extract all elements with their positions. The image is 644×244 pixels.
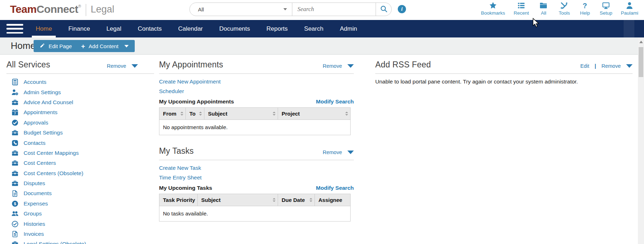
- service-item-accounts[interactable]: Accounts: [6, 77, 154, 87]
- nav-item-calendar[interactable]: Calendar: [170, 20, 211, 37]
- service-item-label: Approvals: [24, 120, 48, 126]
- service-item-label: Cost Centers (Obsolete): [24, 170, 83, 177]
- scheduler-link[interactable]: Scheduler: [159, 88, 354, 95]
- sort-arrows-icon[interactable]: [309, 198, 312, 202]
- service-item-appointments[interactable]: 7Appointments: [6, 107, 154, 117]
- nav-item-admin[interactable]: Admin: [332, 20, 365, 37]
- service-item-label: Advice And Counsel: [24, 99, 73, 106]
- service-item-label: Invoices: [24, 231, 44, 237]
- utility-bookmarks[interactable]: Bookmarks: [481, 1, 505, 16]
- service-item-budget-settings[interactable]: Budget Settings: [6, 128, 154, 138]
- scrollbar-thumb[interactable]: [639, 47, 643, 77]
- briefcase-icon: [11, 159, 19, 167]
- service-item-advice-and-counsel[interactable]: Advice And Counsel: [6, 97, 154, 107]
- service-item-groups[interactable]: Groups: [6, 209, 154, 219]
- column-header-project[interactable]: Project: [278, 108, 351, 120]
- scroll-up-arrow-icon[interactable]: [639, 41, 643, 43]
- column-header-subject[interactable]: Subject: [198, 194, 278, 206]
- vertical-scrollbar[interactable]: [638, 37, 644, 244]
- column-header-subject[interactable]: Subject: [204, 108, 278, 120]
- nav-item-reports[interactable]: Reports: [258, 20, 296, 37]
- chevron-down-icon[interactable]: [132, 64, 138, 68]
- utility-help[interactable]: ?Help: [579, 1, 591, 16]
- nav-item-legal[interactable]: Legal: [98, 20, 130, 37]
- check-circle-outline-icon: [11, 220, 19, 228]
- rss-remove-link[interactable]: Remove: [601, 63, 621, 69]
- edit-page-label: Edit Page: [49, 43, 72, 49]
- nav-item-contacts[interactable]: Contacts: [129, 20, 170, 37]
- my-appointments-remove-link[interactable]: Remove: [323, 63, 342, 69]
- service-item-label: Groups: [24, 210, 42, 217]
- create-new-appointment-link[interactable]: Create New Appointment: [159, 78, 354, 85]
- person-gear-icon: [11, 89, 19, 96]
- nav-item-documents[interactable]: Documents: [211, 20, 258, 37]
- info-icon[interactable]: i: [398, 5, 406, 13]
- service-item-cost-centers-obsolete[interactable]: Cost Centers (Obsolete): [6, 168, 154, 178]
- service-item-admin-settings[interactable]: Admin Settings: [6, 87, 154, 97]
- my-appointments-header: My Appointments Remove: [159, 60, 354, 74]
- column-header-task-priority[interactable]: Task Priority: [159, 194, 198, 206]
- service-item-disputes[interactable]: Disputes: [6, 178, 154, 188]
- chevron-down-icon[interactable]: [347, 151, 354, 154]
- column-header-due-date[interactable]: Due Date: [278, 194, 315, 206]
- service-item-legal-settings-obsolete[interactable]: Legal Settings (Obsolete): [6, 239, 154, 244]
- time-entry-sheet-link[interactable]: Time Entry Sheet: [159, 174, 354, 181]
- rss-edit-link[interactable]: Edit: [580, 63, 589, 69]
- utility-setup[interactable]: Setup: [600, 1, 612, 16]
- service-item-histories[interactable]: Histories: [6, 219, 154, 229]
- logo-product: Legal: [91, 4, 114, 15]
- chevron-down-icon[interactable]: [626, 64, 633, 68]
- all-services-remove-link[interactable]: Remove: [107, 63, 126, 69]
- hamburger-menu-icon[interactable]: [6, 24, 23, 34]
- utility-tools[interactable]: Tools: [558, 1, 570, 16]
- utility-recent[interactable]: Recent: [514, 1, 529, 16]
- create-new-task-link[interactable]: Create New Task: [159, 165, 354, 171]
- tasks-table: Task PrioritySubjectDue DateAssigneeNo t…: [159, 194, 351, 222]
- utility-all[interactable]: All: [538, 1, 550, 16]
- svg-text:$: $: [14, 233, 16, 237]
- pencil-icon: [40, 43, 45, 49]
- chevron-down-icon: [124, 45, 129, 47]
- edit-page-button[interactable]: Edit Page: [34, 40, 78, 52]
- nav-item-search[interactable]: Search: [296, 20, 332, 37]
- service-item-cost-center-mappings[interactable]: Cost Center Mappings: [6, 148, 154, 158]
- column-header-to[interactable]: To: [186, 108, 204, 120]
- search-button[interactable]: [376, 3, 391, 16]
- column-header-assignee[interactable]: Assignee: [315, 194, 351, 206]
- utility-paulami[interactable]: Paulami: [621, 1, 638, 16]
- calendar-icon: 7: [11, 109, 19, 116]
- service-item-approvals[interactable]: Approvals: [6, 118, 154, 128]
- rss-header: Add RSS Feed Edit | Remove: [375, 60, 633, 74]
- sort-arrows-icon[interactable]: [345, 112, 348, 116]
- all-services-panel: All Services Remove AccountsAdmin Settin…: [6, 60, 154, 244]
- search-icon: [380, 5, 388, 14]
- page-header-strip: Home Edit Page + Add Content: [0, 37, 644, 55]
- sort-arrows-icon[interactable]: [273, 112, 276, 116]
- service-item-cost-centers[interactable]: Cost Centers: [6, 158, 154, 168]
- service-item-expenses[interactable]: $Expenses: [6, 199, 154, 209]
- sort-arrows-icon[interactable]: [180, 112, 183, 116]
- service-item-contacts[interactable]: Contacts: [6, 138, 154, 148]
- sort-arrows-icon[interactable]: [199, 112, 202, 116]
- service-item-invoices[interactable]: $Invoices: [6, 229, 154, 239]
- briefcase-icon: [11, 149, 19, 157]
- appointments-modify-search-link[interactable]: Modify Search: [316, 98, 354, 105]
- chevron-down-icon[interactable]: [347, 64, 354, 68]
- nav-items: HomeFinanceLegalContactsCalendarDocument…: [28, 20, 365, 37]
- nav-item-home[interactable]: Home: [28, 20, 60, 37]
- top-bar: TeamConnect® Legal All i BookmarksRecent…: [0, 0, 644, 20]
- dollar-circle-icon: $: [11, 200, 19, 207]
- search-input[interactable]: [292, 3, 376, 16]
- my-tasks-remove-link[interactable]: Remove: [323, 149, 342, 155]
- tasks-modify-search-link[interactable]: Modify Search: [316, 185, 354, 191]
- column-header-from[interactable]: From: [159, 108, 186, 120]
- search-scope-dropdown[interactable]: All: [190, 3, 292, 16]
- add-content-button[interactable]: + Add Content: [75, 40, 135, 52]
- nav-item-finance[interactable]: Finance: [60, 20, 98, 37]
- service-item-label: Appointments: [24, 109, 58, 116]
- list-icon: [517, 1, 525, 10]
- service-item-documents[interactable]: Documents: [6, 188, 154, 198]
- service-item-label: Histories: [24, 221, 45, 227]
- sort-arrows-icon[interactable]: [273, 198, 276, 202]
- all-services-header: All Services Remove: [6, 60, 154, 74]
